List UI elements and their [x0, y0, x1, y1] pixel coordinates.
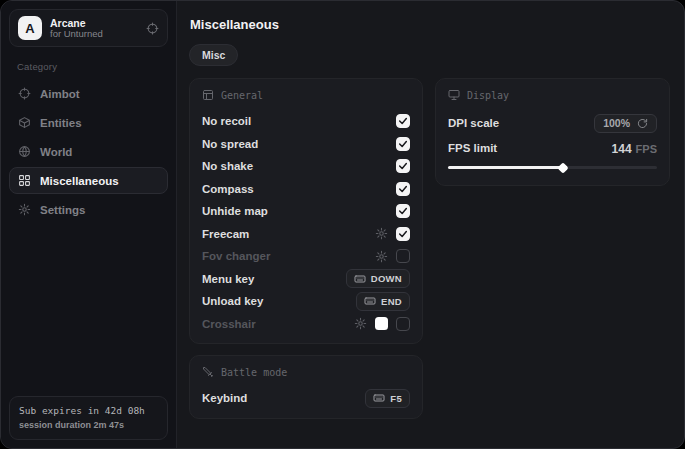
row-label: Unhide map — [202, 205, 268, 217]
gear-icon[interactable] — [375, 250, 388, 263]
row-label: Unload key — [202, 295, 263, 307]
slider-fill — [448, 166, 563, 169]
sidebar-item-miscellaneous[interactable]: Miscellaneous — [9, 167, 168, 194]
panel-columns: General No recoilNo spreadNo shakeCompas… — [189, 78, 670, 419]
row-compass: Compass — [202, 178, 410, 201]
sidebar-item-label: Aimbot — [40, 88, 80, 100]
row-label: No recoil — [202, 115, 251, 127]
fps-limit-slider[interactable] — [448, 161, 657, 173]
keyboard-icon — [373, 392, 385, 404]
checkbox[interactable] — [396, 137, 410, 151]
keybind-button[interactable]: F5 — [365, 389, 410, 408]
row-label: Freecam — [202, 228, 249, 240]
sidebar: A Arcane for Unturned Category AimbotEnt… — [1, 1, 177, 448]
row-no-spread: No spread — [202, 133, 410, 156]
row-label: Crosshair — [202, 318, 256, 330]
row-controls: F5 — [365, 389, 410, 408]
tab-bar: Misc — [189, 44, 670, 66]
app-header: A Arcane for Unturned — [9, 9, 168, 47]
color-swatch[interactable] — [375, 317, 388, 330]
sidebar-item-label: World — [40, 146, 72, 158]
subscription-card: Sub expires in 42d 08h session duration … — [9, 396, 168, 440]
checkbox[interactable] — [396, 204, 410, 218]
sidebar-nav: AimbotEntitiesWorldMiscellaneousSettings — [9, 80, 168, 223]
page-title: Miscellaneous — [190, 17, 670, 32]
grid-icon — [18, 174, 31, 187]
slider-thumb[interactable] — [557, 162, 568, 173]
row-unload-key: Unload keyEND — [202, 290, 410, 313]
swords-icon — [202, 366, 214, 378]
sidebar-item-aimbot[interactable]: Aimbot — [9, 80, 168, 107]
battle-rows: KeybindF5 — [202, 387, 410, 410]
box-icon — [18, 116, 31, 129]
row-label: No shake — [202, 160, 253, 172]
keybind-button[interactable]: END — [356, 292, 410, 311]
session-duration: session duration 2m 47s — [19, 419, 158, 433]
checkbox[interactable] — [396, 182, 410, 196]
keybind-value: F5 — [390, 393, 402, 404]
gear-icon[interactable] — [354, 317, 367, 330]
layout-icon — [202, 89, 214, 101]
row-controls: DOWN — [346, 269, 410, 288]
row-freecam: Freecam — [202, 223, 410, 246]
sidebar-item-label: Settings — [40, 204, 85, 216]
dpi-scale-row: DPI scale 100% — [448, 110, 657, 136]
dpi-scale-control[interactable]: 100% — [594, 114, 657, 133]
row-label: Menu key — [202, 273, 254, 285]
sidebar-item-entities[interactable]: Entities — [9, 109, 168, 136]
row-controls: END — [356, 292, 410, 311]
row-label: Compass — [202, 183, 254, 195]
checkbox[interactable] — [396, 159, 410, 173]
panel-general: General No recoilNo spreadNo shakeCompas… — [189, 78, 423, 344]
gear-icon — [18, 203, 31, 216]
panel-display: Display DPI scale 100% FPS limit 144FPS — [435, 78, 670, 186]
keybind-value: END — [381, 296, 402, 307]
category-label: Category — [17, 61, 168, 72]
row-label: Fov changer — [202, 250, 270, 262]
keybind-button[interactable]: DOWN — [346, 269, 410, 288]
app-logo: A — [18, 16, 42, 40]
row-fov-changer: Fov changer — [202, 245, 410, 268]
dpi-scale-label: DPI scale — [448, 117, 499, 129]
main-content: Miscellaneous Misc General No recoilNo s… — [177, 1, 684, 448]
row-label: Keybind — [202, 392, 247, 404]
row-label: No spread — [202, 138, 258, 150]
row-controls — [375, 249, 410, 263]
row-controls — [396, 137, 410, 151]
panel-general-title: General — [221, 90, 263, 101]
keyboard-icon — [364, 295, 376, 307]
row-menu-key: Menu keyDOWN — [202, 268, 410, 291]
panel-battle-header: Battle mode — [202, 366, 410, 378]
left-column: General No recoilNo spreadNo shakeCompas… — [189, 78, 423, 419]
panel-display-title: Display — [467, 90, 509, 101]
keybind-value: DOWN — [371, 273, 402, 284]
right-column: Display DPI scale 100% FPS limit 144FPS — [435, 78, 670, 186]
globe-icon — [18, 145, 31, 158]
dpi-scale-value: 100% — [603, 117, 630, 129]
crosshair-icon — [18, 87, 31, 100]
keyboard-icon — [354, 273, 366, 285]
checkbox[interactable] — [396, 249, 410, 263]
row-controls — [396, 159, 410, 173]
sidebar-item-label: Entities — [40, 117, 82, 129]
row-controls — [375, 227, 410, 241]
panel-general-header: General — [202, 89, 410, 101]
gear-icon[interactable] — [375, 227, 388, 240]
sidebar-item-label: Miscellaneous — [40, 175, 119, 187]
row-unhide-map: Unhide map — [202, 200, 410, 223]
sidebar-item-world[interactable]: World — [9, 138, 168, 165]
row-controls — [354, 317, 410, 331]
checkbox[interactable] — [396, 227, 410, 241]
reset-icon[interactable] — [637, 118, 648, 129]
fps-limit-value: 144FPS — [612, 139, 657, 157]
panel-battle-mode: Battle mode KeybindF5 — [189, 355, 423, 419]
checkbox[interactable] — [396, 114, 410, 128]
crosshair-icon[interactable] — [146, 22, 159, 35]
checkbox[interactable] — [396, 317, 410, 331]
app-window: A Arcane for Unturned Category AimbotEnt… — [0, 0, 685, 449]
tab-misc[interactable]: Misc — [189, 44, 238, 66]
monitor-icon — [448, 89, 460, 101]
row-controls — [396, 114, 410, 128]
sidebar-item-settings[interactable]: Settings — [9, 196, 168, 223]
fps-limit-label: FPS limit — [448, 142, 497, 154]
